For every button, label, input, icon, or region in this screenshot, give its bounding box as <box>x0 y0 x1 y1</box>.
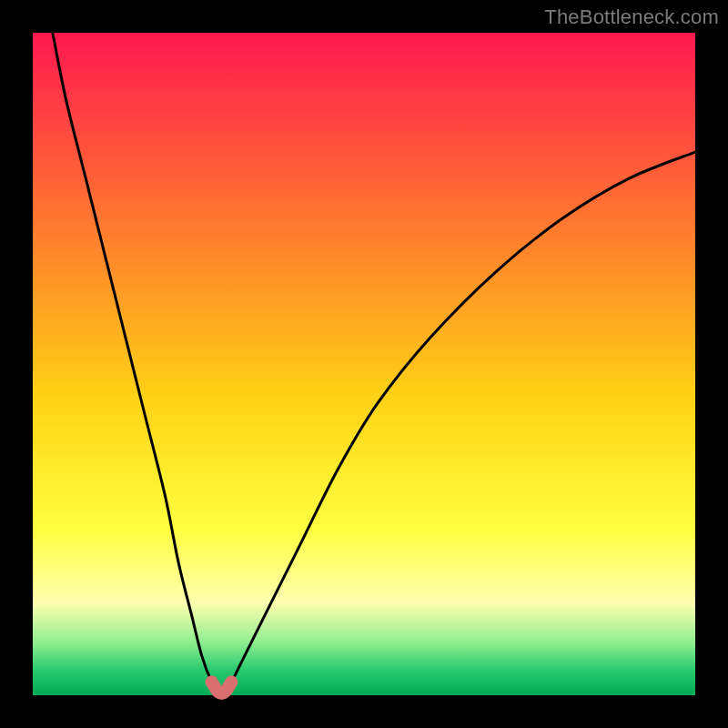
plot-area <box>33 33 695 695</box>
chart-frame: TheBottleneck.com <box>0 0 728 728</box>
watermark-text: TheBottleneck.com <box>544 5 719 29</box>
bottleneck-curve <box>53 33 695 693</box>
curve-layer <box>33 33 695 695</box>
optimal-region-highlight <box>212 682 232 693</box>
